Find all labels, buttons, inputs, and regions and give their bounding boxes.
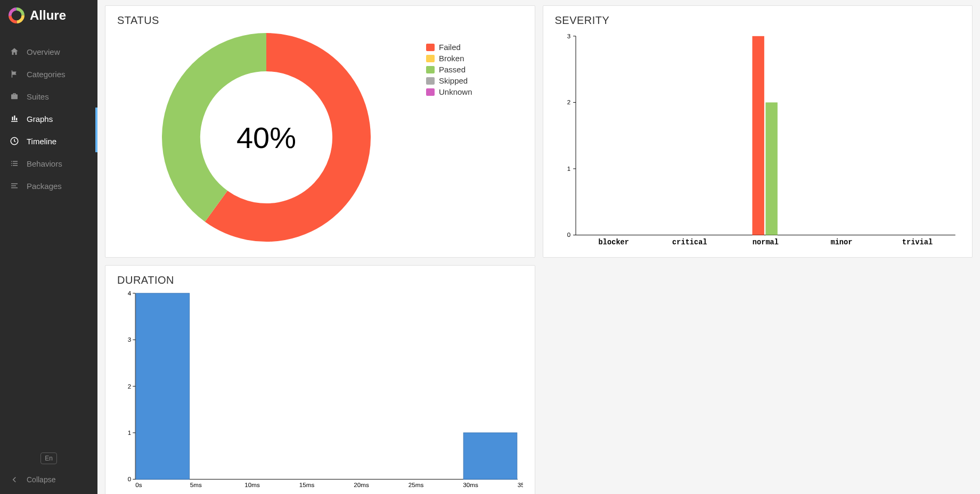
svg-text:3: 3 [567, 32, 570, 39]
svg-text:normal: normal [752, 238, 778, 246]
duration-bar-chart[interactable]: 012340s5ms10ms15ms20ms25ms30ms35ms [117, 291, 523, 490]
status-donut-chart[interactable]: 40% [160, 31, 373, 244]
legend-swatch-icon [426, 44, 435, 51]
svg-rect-44 [463, 433, 517, 479]
briefcase-icon [10, 92, 19, 101]
legend-swatch-icon [426, 55, 435, 62]
legend-item[interactable]: Skipped [426, 76, 472, 85]
svg-text:2: 2 [567, 98, 570, 105]
status-card: STATUS 40% FailedBrokenPassedSkippedUnkn… [105, 5, 535, 258]
sidebar: Allure Overview Categories Suites Graphs [0, 0, 97, 494]
svg-text:critical: critical [672, 238, 707, 246]
svg-text:3: 3 [128, 336, 132, 343]
svg-text:minor: minor [830, 238, 852, 246]
legend-label: Broken [439, 54, 464, 63]
flag-icon [10, 69, 19, 79]
sidebar-item-packages[interactable]: Packages [0, 175, 97, 197]
svg-text:15ms: 15ms [299, 481, 315, 488]
sidebar-item-overview[interactable]: Overview [0, 40, 97, 63]
nav-label: Timeline [27, 137, 56, 146]
allure-logo-icon [9, 7, 24, 23]
svg-text:5ms: 5ms [190, 481, 202, 488]
legend-label: Passed [439, 65, 466, 74]
svg-rect-21 [752, 36, 764, 235]
collapse-button[interactable]: Collapse [10, 471, 88, 489]
svg-text:0: 0 [567, 231, 570, 238]
legend-label: Failed [439, 43, 461, 52]
sidebar-item-graphs[interactable]: Graphs [0, 108, 97, 130]
svg-text:20ms: 20ms [354, 481, 369, 488]
legend-item[interactable]: Broken [426, 54, 472, 63]
nav: Overview Categories Suites Graphs Timeli… [0, 33, 97, 197]
language-button[interactable]: En [40, 452, 57, 464]
legend-item[interactable]: Unknown [426, 87, 472, 96]
svg-rect-22 [765, 102, 777, 235]
duration-card: DURATION 012340s5ms10ms15ms20ms25ms30ms3… [105, 265, 535, 494]
list-icon [10, 159, 19, 168]
align-left-icon [10, 181, 19, 191]
brand-title: Allure [30, 8, 66, 23]
legend-swatch-icon [426, 88, 435, 96]
svg-text:1: 1 [567, 165, 570, 172]
legend-swatch-icon [426, 66, 435, 73]
status-percent: 40% [160, 31, 373, 244]
svg-rect-43 [136, 293, 190, 479]
svg-text:2: 2 [128, 383, 132, 390]
legend-swatch-icon [426, 77, 435, 85]
nav-label: Packages [27, 182, 62, 191]
svg-text:0: 0 [128, 475, 132, 482]
svg-text:blocker: blocker [598, 238, 628, 246]
collapse-label: Collapse [27, 475, 55, 484]
brand[interactable]: Allure [0, 0, 97, 33]
nav-label: Behaviors [27, 159, 62, 168]
svg-text:0s: 0s [135, 481, 142, 488]
svg-text:4: 4 [128, 291, 132, 297]
svg-text:10ms: 10ms [244, 481, 260, 488]
legend-item[interactable]: Passed [426, 65, 472, 74]
svg-text:25ms: 25ms [409, 481, 424, 488]
chevron-left-icon [10, 475, 19, 484]
legend-label: Skipped [439, 76, 468, 85]
home-icon [10, 47, 19, 56]
legend-label: Unknown [439, 87, 472, 96]
sidebar-item-categories[interactable]: Categories [0, 63, 97, 85]
severity-bar-chart[interactable]: 0123blockercriticalnormalminortrivial [555, 31, 961, 251]
status-title: STATUS [117, 14, 523, 27]
main-content: STATUS 40% FailedBrokenPassedSkippedUnkn… [97, 0, 980, 494]
duration-title: DURATION [117, 274, 523, 286]
nav-label: Graphs [27, 114, 53, 124]
nav-label: Suites [27, 92, 49, 101]
nav-label: Categories [27, 70, 66, 79]
sidebar-item-timeline[interactable]: Timeline [0, 130, 97, 152]
severity-card: SEVERITY 0123blockercriticalnormalminort… [543, 5, 973, 258]
severity-title: SEVERITY [555, 14, 961, 27]
svg-text:30ms: 30ms [463, 481, 478, 488]
bar-chart-icon [10, 114, 19, 124]
clock-icon [10, 136, 19, 146]
sidebar-footer: En Collapse [0, 452, 97, 494]
svg-text:1: 1 [128, 429, 132, 436]
status-legend: FailedBrokenPassedSkippedUnknown [426, 43, 472, 96]
sidebar-item-behaviors[interactable]: Behaviors [0, 152, 97, 175]
svg-text:35ms: 35ms [518, 481, 523, 488]
nav-label: Overview [27, 47, 60, 56]
sidebar-item-suites[interactable]: Suites [0, 85, 97, 108]
svg-text:trivial: trivial [902, 238, 932, 246]
legend-item[interactable]: Failed [426, 43, 472, 52]
